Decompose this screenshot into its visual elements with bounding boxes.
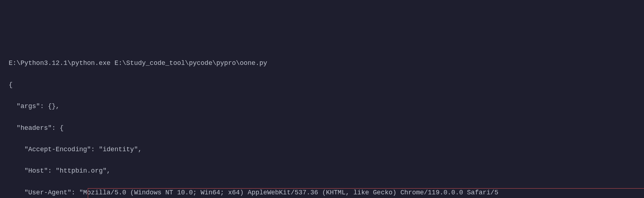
console-output: E:\Python3.12.1\python.exe E:\Study_code… bbox=[9, 48, 635, 198]
json-headers-open: "headers": { bbox=[9, 123, 635, 134]
json-accept-encoding: "Accept-Encoding": "identity", bbox=[9, 144, 635, 155]
json-user-agent: "User-Agent": "Mozilla/5.0 (Windows NT 1… bbox=[9, 187, 635, 198]
command-line: E:\Python3.12.1\python.exe E:\Study_code… bbox=[9, 58, 635, 69]
json-host: "Host": "httpbin.org", bbox=[9, 166, 635, 177]
json-open-brace: { bbox=[9, 80, 635, 91]
json-args: "args": {}, bbox=[9, 101, 635, 112]
